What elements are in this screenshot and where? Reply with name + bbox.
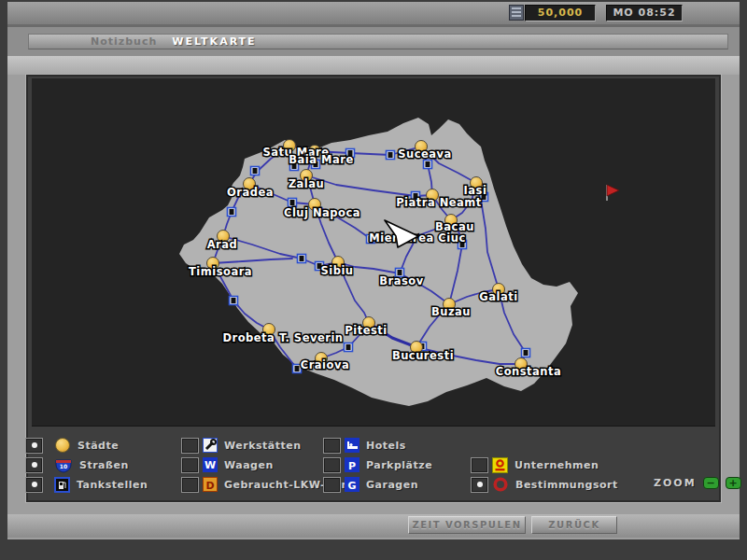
- zeit-vorspulen-button[interactable]: ZEIT VORSPULEN: [408, 516, 526, 534]
- city-label: Piatra Neamt: [396, 196, 482, 209]
- city-label: Pitesti: [345, 324, 387, 337]
- legend-label: Garagen: [366, 479, 418, 491]
- svg-text:G: G: [347, 480, 356, 492]
- fuel-station-marker: [387, 151, 395, 160]
- city-label: Craiova: [301, 358, 349, 371]
- garagen-checkbox[interactable]: [324, 478, 340, 492]
- fuel-station-marker: [251, 167, 260, 175]
- bestimmungsort-radio[interactable]: [472, 478, 487, 492]
- top-status-bar: 50,000 MO 08:52: [7, 2, 740, 24]
- footer-band: [7, 514, 740, 538]
- city-label: Timisoara: [189, 265, 252, 278]
- legend-label: Hotels: [366, 440, 406, 452]
- legend-item-werkstaetten: Werkstätten: [182, 437, 301, 454]
- city-label: Iasi: [464, 184, 487, 197]
- notebook-header-bar: Notizbuch WELTKARTE: [28, 34, 728, 49]
- zurueck-button[interactable]: ZURÜCK: [531, 516, 617, 534]
- zoom-controls: ZOOM − +: [654, 477, 741, 489]
- city-label: Suceava: [398, 147, 452, 161]
- svg-text:W: W: [204, 459, 216, 471]
- world-map[interactable]: Satu MareBaia MareSuceavaZalauOradeaIasi…: [32, 78, 715, 427]
- garage-icon: G: [345, 477, 359, 492]
- legend-item-bestimmungsort: Bestimmungsort: [472, 476, 618, 493]
- fuel-station-marker: [345, 343, 353, 352]
- zoom-label: ZOOM: [654, 477, 697, 489]
- city-label: Baia Mare: [289, 153, 353, 166]
- city-label: Brasov: [379, 274, 423, 287]
- scale-icon: W: [203, 457, 218, 472]
- city-label: Drobeta T. Severin: [222, 331, 343, 344]
- unternehmen-checkbox[interactable]: [472, 458, 487, 472]
- money-icon: [509, 5, 524, 21]
- parking-icon: P: [345, 457, 359, 472]
- legend-item-parkplaetze: P Parkplätze: [324, 456, 432, 473]
- road-shield-icon: 10: [54, 457, 73, 473]
- legend-item-tankstellen: Tankstellen: [26, 476, 148, 493]
- staedte-radio[interactable]: [26, 439, 42, 453]
- city-label: Miercurea Ciuc: [369, 231, 465, 245]
- city-label: Sibiu: [320, 264, 353, 277]
- legend-label: Werkstätten: [224, 440, 301, 452]
- svg-text:10: 10: [60, 463, 67, 469]
- werkstaetten-checkbox[interactable]: [182, 439, 198, 453]
- city-label: Cluj Napoca: [284, 206, 360, 219]
- city-label: Bucuresti: [392, 349, 454, 362]
- legend-item-garagen: G Garagen: [324, 476, 418, 493]
- svg-text:P: P: [348, 460, 356, 472]
- legend-label: Straßen: [79, 459, 129, 471]
- fuel-station-marker: [522, 349, 530, 357]
- city-label: Galati: [479, 290, 517, 303]
- zoom-out-button[interactable]: −: [703, 477, 719, 489]
- legend-label: Bestimmungsort: [515, 479, 618, 491]
- gebraucht-lkw-checkbox[interactable]: [182, 478, 198, 492]
- fuel-station-marker: [424, 161, 432, 169]
- city-label: Buzau: [431, 305, 471, 318]
- city-label: Zalau: [289, 177, 325, 190]
- legend-label: Unternehmen: [514, 459, 599, 471]
- fuel-station-marker: [298, 255, 306, 263]
- notebook-tab[interactable]: Notizbuch: [91, 35, 157, 48]
- city-label: Oradea: [227, 186, 274, 199]
- used-truck-icon: D: [203, 477, 218, 492]
- time-display: MO 08:52: [606, 5, 683, 21]
- svg-text:D: D: [205, 480, 214, 492]
- city-icon: [54, 437, 71, 454]
- legend-item-strassen: 10 Straßen: [26, 456, 129, 473]
- waagen-checkbox[interactable]: [182, 458, 198, 472]
- city-label: Constanta: [496, 365, 562, 378]
- header-zone: Notizbuch WELTKARTE: [7, 24, 740, 59]
- city-label: Arad: [207, 238, 238, 251]
- legend-label: Städte: [78, 440, 119, 452]
- money-display: 50,000: [525, 5, 596, 21]
- tankstellen-radio[interactable]: [26, 478, 42, 492]
- legend-item-hotels: Hotels: [324, 437, 406, 454]
- hotel-icon: [345, 438, 359, 453]
- parkplaetze-checkbox[interactable]: [324, 458, 340, 472]
- legend-label: Tankstellen: [77, 479, 148, 491]
- legend-item-unternehmen: Unternehmen: [472, 456, 599, 473]
- destination-icon: [492, 476, 509, 493]
- company-icon: [492, 457, 508, 473]
- legend-item-waagen: W Waagen: [182, 456, 274, 473]
- page-title: WELTKARTE: [172, 35, 256, 48]
- fuel-station-marker: [228, 208, 236, 217]
- zoom-in-button[interactable]: +: [726, 477, 741, 489]
- strassen-radio[interactable]: [26, 458, 42, 472]
- header-divider: [7, 56, 740, 75]
- fuel-icon: [54, 477, 70, 493]
- workshop-icon: [203, 438, 218, 453]
- destination-flag: [607, 185, 619, 201]
- hotels-checkbox[interactable]: [324, 439, 340, 453]
- legend-label: Parkplätze: [366, 459, 432, 471]
- legend-item-staedte: Städte: [26, 437, 119, 454]
- fuel-station-marker: [230, 297, 238, 305]
- legend-label: Waagen: [224, 459, 274, 471]
